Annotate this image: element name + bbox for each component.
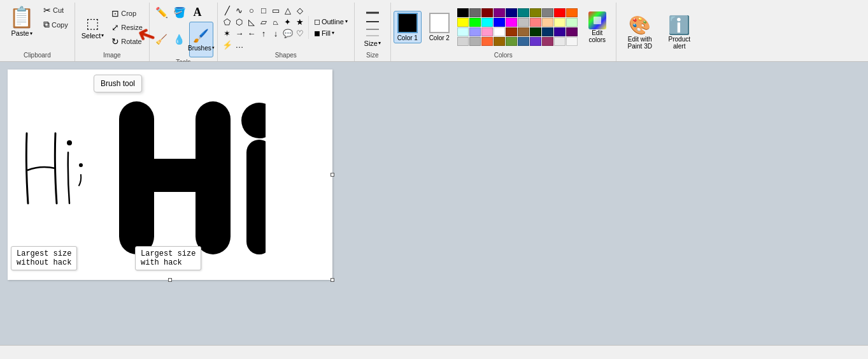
color-picker-button[interactable]: 💧 <box>171 31 188 48</box>
color-swatch-34[interactable] <box>506 37 517 46</box>
shape-trap[interactable]: ⏢ <box>270 16 281 27</box>
paint-canvas[interactable]: Brush tool Largest sizewithout hack Larg… <box>8 70 332 280</box>
color-swatch-38[interactable] <box>554 37 566 46</box>
shape-para[interactable]: ▱ <box>258 16 269 27</box>
color-swatch-16[interactable] <box>530 18 541 27</box>
color2-swatch <box>429 13 450 33</box>
color-swatch-24[interactable] <box>506 27 517 36</box>
shape-5pt-star[interactable]: ★ <box>294 16 306 27</box>
resize-button[interactable]: ⤢ Resize <box>109 21 145 34</box>
shape-arrow-l[interactable]: ← <box>246 27 257 39</box>
color-swatch-31[interactable] <box>469 37 481 46</box>
color-swatch-29[interactable] <box>566 27 578 36</box>
crop-button[interactable]: ⊡ Crop <box>109 7 145 20</box>
pencil-button[interactable]: ✏️ <box>153 4 170 20</box>
color-swatch-26[interactable] <box>530 27 541 36</box>
rotate-button[interactable]: ↻ Rotate <box>109 35 145 48</box>
color-swatch-19[interactable] <box>566 18 578 27</box>
select-button[interactable]: ⬚ Select ▾ <box>79 14 107 41</box>
shape-line[interactable]: ╱ <box>222 4 233 16</box>
brushes-button[interactable]: 🖌️ Brushes ▾ <box>189 22 213 57</box>
color-swatch-7[interactable] <box>542 8 553 17</box>
colors-group-label: Colors <box>394 52 613 60</box>
shape-6pt-star[interactable]: ✶ <box>222 27 233 39</box>
outline-dropdown[interactable]: ◻ Outline ▾ <box>311 16 350 27</box>
eraser-button[interactable]: 🧹 <box>153 31 170 48</box>
rotate-label: Rotate <box>121 38 141 45</box>
shape-curve[interactable]: ∿ <box>234 4 245 16</box>
shape-4pt-star[interactable]: ✦ <box>282 16 294 27</box>
color-swatch-37[interactable] <box>542 37 553 46</box>
label-with-hack-text: Largest sizewith hack <box>141 249 196 267</box>
paste-button[interactable]: 📋 Paste ▾ <box>4 4 39 50</box>
color-swatch-15[interactable] <box>518 18 529 27</box>
size-button[interactable]: Size ▾ <box>359 5 387 50</box>
color-swatch-9[interactable] <box>566 8 578 17</box>
color-swatch-18[interactable] <box>554 18 566 27</box>
color-swatch-30[interactable] <box>457 37 469 46</box>
color1-button[interactable]: Color 1 <box>394 11 422 43</box>
shape-callout[interactable]: 💬 <box>282 27 294 39</box>
shape-hexagon[interactable]: ⬡ <box>234 16 245 27</box>
status-bar <box>0 345 868 359</box>
color-swatch-1[interactable] <box>469 8 481 17</box>
shape-triangle[interactable]: △ <box>282 4 294 16</box>
shape-rect[interactable]: □ <box>258 4 269 16</box>
rotate-icon: ↻ <box>111 36 119 47</box>
label-without-hack-text: Largest sizewithout hack <box>17 249 71 267</box>
color-swatch-28[interactable] <box>554 27 566 36</box>
shape-heart[interactable]: ♡ <box>294 27 306 39</box>
canvas-handle-bottom[interactable] <box>168 278 172 282</box>
color-swatch-0[interactable] <box>457 8 469 17</box>
color-swatch-20[interactable] <box>457 27 469 36</box>
shape-pentagon[interactable]: ⬠ <box>222 16 233 27</box>
color-swatch-8[interactable] <box>554 8 566 17</box>
shape-arrow-u[interactable]: ↑ <box>258 27 269 39</box>
color-swatch-10[interactable] <box>457 18 469 27</box>
canvas-handle-right[interactable] <box>331 173 334 177</box>
color2-button[interactable]: Color 2 <box>425 11 453 43</box>
color-swatch-33[interactable] <box>494 37 505 46</box>
color-swatch-14[interactable] <box>506 18 517 27</box>
shape-right-tri[interactable]: ◺ <box>246 16 257 27</box>
size-label: Size <box>364 40 378 47</box>
color-swatch-23[interactable] <box>494 27 505 36</box>
cut-button[interactable]: ✂ Cut <box>41 4 71 17</box>
color-swatch-3[interactable] <box>494 8 505 17</box>
shape-rounded-rect[interactable]: ▭ <box>270 4 281 16</box>
shape-diamond[interactable]: ◇ <box>294 4 306 16</box>
shape-oval[interactable]: ○ <box>246 4 257 16</box>
svg-point-6 <box>67 140 72 145</box>
edit-paint3d-button[interactable]: 🎨 Edit with Paint 3D <box>622 12 658 52</box>
color-swatch-25[interactable] <box>518 27 529 36</box>
color-swatch-36[interactable] <box>530 37 541 46</box>
color-swatch-32[interactable] <box>481 37 493 46</box>
fill-dropdown[interactable]: ◼ Fill ▾ <box>311 27 337 39</box>
text-button[interactable]: A <box>189 4 206 20</box>
shape-lightning[interactable]: ⚡ <box>222 39 233 50</box>
color-swatch-35[interactable] <box>518 37 529 46</box>
color-swatch-2[interactable] <box>481 8 493 17</box>
color-swatch-4[interactable] <box>506 8 517 17</box>
edit-colors-button[interactable]: Edit colors <box>581 10 613 45</box>
product-alert-button[interactable]: ℹ️ Product alert <box>661 12 698 52</box>
color-swatch-27[interactable] <box>542 27 553 36</box>
shape-arrow-r[interactable]: → <box>234 27 245 39</box>
color-swatch-17[interactable] <box>542 18 553 27</box>
resize-label: Resize <box>121 24 143 31</box>
color-swatch-13[interactable] <box>494 18 505 27</box>
color-swatch-22[interactable] <box>481 27 493 36</box>
colors-group: Color 1 Color 2 <box>391 3 616 61</box>
shape-more[interactable]: … <box>234 39 245 50</box>
color-swatch-21[interactable] <box>469 27 481 36</box>
color-swatch-6[interactable] <box>530 8 541 17</box>
color-swatch-12[interactable] <box>481 18 493 27</box>
copy-button[interactable]: ⧉ Copy <box>41 18 71 31</box>
fill-tool-button[interactable]: 🪣 <box>171 4 188 20</box>
color-swatch-11[interactable] <box>469 18 481 27</box>
shapes-label: Shapes <box>275 52 297 60</box>
canvas-handle-corner-br[interactable] <box>331 278 334 282</box>
color-swatch-39[interactable] <box>566 37 578 46</box>
shape-arrow-d[interactable]: ↓ <box>270 27 281 39</box>
color-swatch-5[interactable] <box>518 8 529 17</box>
